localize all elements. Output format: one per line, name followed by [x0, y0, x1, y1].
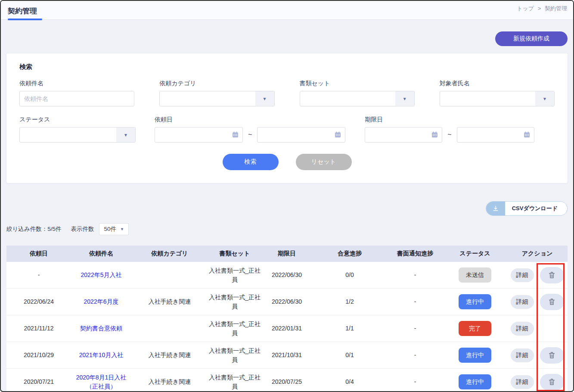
request-date-cell: 2022/06/24 — [6, 297, 71, 306]
status-cell: 進行中 — [443, 374, 507, 389]
deadline-cell: 2022/01/31 — [261, 324, 312, 333]
agreement-progress-cell: 0/4 — [312, 377, 387, 386]
request-date-field: 依頼日 ~ — [155, 116, 345, 143]
breadcrumb-home[interactable]: トップ — [517, 5, 534, 12]
delete-button[interactable] — [540, 294, 564, 310]
column-header: アクション — [507, 250, 568, 258]
document-set-cell: 入社書類一式_正社員 — [208, 346, 261, 364]
document-set-field: 書類セット ▼ — [300, 80, 415, 106]
title-underline — [8, 19, 42, 20]
target-person-label: 対象者氏名 — [440, 80, 555, 87]
search-row-2: ステータス ▼ 依頼日 ~ — [19, 116, 555, 143]
trash-icon — [548, 378, 556, 386]
request-name-link[interactable]: 2021年10月入社 — [71, 351, 131, 359]
request-date-separator: ~ — [248, 131, 252, 139]
breadcrumb-current: 契約管理 — [545, 5, 567, 12]
agreement-progress-cell: 1/2 — [312, 297, 387, 306]
request-name-link[interactable]: 契約書合意依頼 — [71, 324, 131, 333]
document-set-cell: 入社書類一式_正社員 — [208, 266, 261, 284]
search-button[interactable]: 検索 — [223, 154, 279, 170]
deadline-date-to-input[interactable] — [457, 127, 534, 143]
detail-button[interactable]: 詳細 — [511, 348, 534, 362]
deadline-cell: 2021/10/31 — [261, 351, 312, 359]
status-cell: 進行中 — [443, 348, 507, 362]
search-panel-title: 検索 — [19, 63, 555, 71]
trash-icon — [548, 351, 556, 359]
deadline-date-field: 期限日 ~ — [365, 116, 534, 143]
table-row: 2021/10/292021年10月入社入社手続き関連入社書類一式_正社員202… — [6, 342, 568, 369]
request-name-link[interactable]: 2020年8月1日入社（正社員） — [71, 373, 131, 391]
request-date-cell: 2021/11/12 — [6, 324, 71, 333]
deadline-date-to — [457, 127, 534, 143]
action-cell: 詳細 — [507, 320, 568, 337]
notification-progress-cell: - — [387, 324, 443, 333]
action-cell: 詳細 — [507, 294, 568, 310]
breadcrumb: トップ > 契約管理 — [515, 5, 567, 12]
download-icon — [486, 201, 505, 216]
status-badge: 未送信 — [459, 268, 491, 282]
status-badge: 進行中 — [459, 348, 491, 362]
delete-button[interactable] — [540, 267, 564, 283]
delete-button[interactable] — [540, 374, 564, 390]
status-badge: 進行中 — [459, 294, 491, 309]
deadline-date-from-input[interactable] — [365, 127, 442, 143]
csv-download-label: CSVダウンロード — [505, 205, 567, 212]
column-header: 書面通知進捗 — [387, 250, 443, 258]
table-header-row: 依頼日依頼件名依頼カテゴリ書類セット期限日合意進捗書面通知進捗ステータスアクショ… — [6, 246, 568, 262]
detail-button[interactable]: 詳細 — [511, 322, 534, 336]
request-category-select[interactable]: ▼ — [159, 91, 274, 106]
notification-progress-cell: - — [387, 271, 443, 279]
table-body: -2022年5月入社入社書類一式_正社員2022/06/300/0-未送信詳細2… — [6, 262, 568, 392]
table-row: 2022/06/242022年6月度入社手続き関連入社書類一式_正社員2022/… — [6, 289, 568, 315]
detail-button[interactable]: 詳細 — [511, 268, 534, 282]
status-select[interactable]: ▼ — [19, 127, 136, 143]
request-date-from — [155, 127, 243, 143]
agreement-progress-cell: 0/0 — [312, 271, 387, 279]
target-person-select[interactable]: ▼ — [440, 91, 555, 106]
request-date-to-input[interactable] — [257, 127, 345, 143]
filtered-count: 絞り込み件数：5/5件 — [6, 225, 61, 233]
status-badge: 完了 — [459, 321, 491, 336]
deadline-date-separator: ~ — [447, 131, 451, 139]
request-name-input[interactable] — [19, 91, 134, 106]
request-category-field: 依頼カテゴリ ▼ — [159, 80, 274, 106]
document-set-cell: 入社書類一式_正社員 — [208, 373, 261, 391]
notification-progress-cell: - — [387, 297, 443, 306]
request-name-link[interactable]: 2022年6月度 — [71, 297, 131, 306]
request-category-label: 依頼カテゴリ — [159, 80, 274, 87]
caret-down-icon: ▼ — [395, 91, 414, 106]
status-cell: 未送信 — [443, 268, 507, 282]
status-badge: 進行中 — [459, 374, 491, 389]
table-row: 2021/11/12契約書合意依頼入社書類一式_正社員2022/01/311/1… — [6, 315, 568, 342]
status-field: ステータス ▼ — [19, 116, 136, 143]
search-buttons-row: 検索 リセット — [19, 154, 555, 170]
agreement-progress-cell: 1/1 — [312, 324, 387, 333]
page-title: 契約管理 — [8, 6, 37, 16]
notification-progress-cell: - — [387, 351, 443, 359]
deadline-cell: 2020/07/25 — [261, 377, 312, 386]
detail-button[interactable]: 詳細 — [511, 295, 534, 309]
delete-button[interactable] — [540, 347, 564, 364]
csv-download-button[interactable]: CSVダウンロード — [486, 201, 568, 216]
request-name-link[interactable]: 2022年5月入社 — [71, 271, 131, 279]
csv-row: CSVダウンロード — [6, 201, 568, 216]
table-row: 2020/07/212020年8月1日入社（正社員）入社手続き関連入社書類一式_… — [6, 369, 568, 392]
request-date-cell: - — [6, 271, 71, 279]
category-cell: 入社手続き関連 — [131, 351, 208, 359]
new-request-button[interactable]: 新規依頼作成 — [495, 31, 568, 46]
column-header: 依頼日 — [6, 250, 71, 258]
detail-button[interactable]: 詳細 — [511, 375, 534, 389]
trash-icon — [548, 271, 556, 279]
action-cell: 詳細 — [507, 347, 568, 364]
document-set-select[interactable]: ▼ — [300, 91, 415, 106]
display-count-select[interactable]: 50件 ▼ — [99, 223, 128, 235]
reset-button[interactable]: リセット — [296, 154, 352, 170]
deadline-date-from — [365, 127, 442, 143]
delete-button-placeholder — [540, 320, 564, 337]
document-set-cell: 入社書類一式_正社員 — [208, 320, 261, 337]
column-header: 依頼件名 — [71, 250, 131, 258]
top-actions-row: 新規依頼作成 — [1, 20, 573, 46]
action-cell: 詳細 — [507, 374, 568, 390]
deadline-cell: 2022/06/30 — [261, 271, 312, 279]
request-date-from-input[interactable] — [155, 127, 243, 143]
